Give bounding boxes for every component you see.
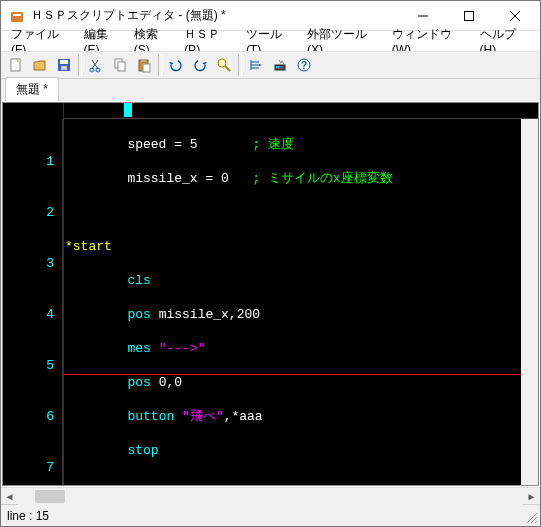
scroll-track[interactable] xyxy=(18,488,523,505)
svg-text:?: ? xyxy=(301,60,307,71)
line-number: 1 xyxy=(3,153,54,170)
editor: 1 2 3 4 5 6 7 8 9 10 11 12 13 14 15 spee… xyxy=(2,102,539,486)
status-line: line : 15 xyxy=(7,509,49,523)
svg-rect-16 xyxy=(143,64,150,72)
svg-rect-8 xyxy=(60,60,68,64)
document-tab[interactable]: 無題 * xyxy=(5,77,59,101)
vertical-scrollbar[interactable] xyxy=(521,119,538,485)
svg-rect-0 xyxy=(11,12,23,22)
separator xyxy=(78,54,82,76)
undo-button[interactable] xyxy=(165,54,187,76)
line-number: 7 xyxy=(3,459,54,476)
line-number: 5 xyxy=(3,357,54,374)
toolbar: ? xyxy=(1,51,540,79)
cut-button[interactable] xyxy=(85,54,107,76)
svg-line-18 xyxy=(225,66,230,71)
paste-button[interactable] xyxy=(133,54,155,76)
open-button[interactable] xyxy=(29,54,51,76)
current-line-indicator xyxy=(63,374,538,375)
code-area[interactable]: 1 2 3 4 5 6 7 8 9 10 11 12 13 14 15 spee… xyxy=(3,119,538,485)
scroll-right-button[interactable]: ► xyxy=(523,488,540,505)
line-number: 4 xyxy=(3,306,54,323)
line-number: 6 xyxy=(3,408,54,425)
menubar: ファイル(F) 編集(E) 検索(S) ＨＳＰ(P) ツール(T) 外部ツール(… xyxy=(1,31,540,51)
svg-rect-9 xyxy=(61,66,67,70)
redo-button[interactable] xyxy=(189,54,211,76)
help-button[interactable]: ? xyxy=(293,54,315,76)
code-text[interactable]: speed = 5 ; 速度 missile_x = 0 ; ミサイルのx座標変… xyxy=(63,119,538,485)
ruler xyxy=(63,103,538,119)
svg-rect-1 xyxy=(13,14,21,16)
separator xyxy=(158,54,162,76)
compile-button[interactable] xyxy=(269,54,291,76)
line-number: 3 xyxy=(3,255,54,272)
copy-button[interactable] xyxy=(109,54,131,76)
statusbar: line : 15 xyxy=(1,504,540,526)
separator xyxy=(238,54,242,76)
scroll-thumb[interactable] xyxy=(35,490,65,503)
line-number: 2 xyxy=(3,204,54,221)
scroll-left-button[interactable]: ◄ xyxy=(1,488,18,505)
new-button[interactable] xyxy=(5,54,27,76)
window-title: ＨＳＰスクリプトエディタ - (無題) * xyxy=(31,7,400,24)
line-gutter: 1 2 3 4 5 6 7 8 9 10 11 12 13 14 15 xyxy=(3,119,63,485)
find-button[interactable] xyxy=(213,54,235,76)
app-icon xyxy=(9,8,25,24)
svg-rect-3 xyxy=(465,11,474,20)
ruler-caret xyxy=(124,103,132,117)
save-button[interactable] xyxy=(53,54,75,76)
svg-rect-24 xyxy=(276,66,279,68)
svg-point-17 xyxy=(218,59,226,67)
svg-rect-15 xyxy=(141,59,146,62)
svg-rect-13 xyxy=(118,62,125,71)
resize-grip[interactable] xyxy=(525,511,539,525)
tabbar: 無題 * xyxy=(1,79,540,101)
run-button[interactable] xyxy=(245,54,267,76)
horizontal-scrollbar[interactable]: ◄ ► xyxy=(1,487,540,504)
